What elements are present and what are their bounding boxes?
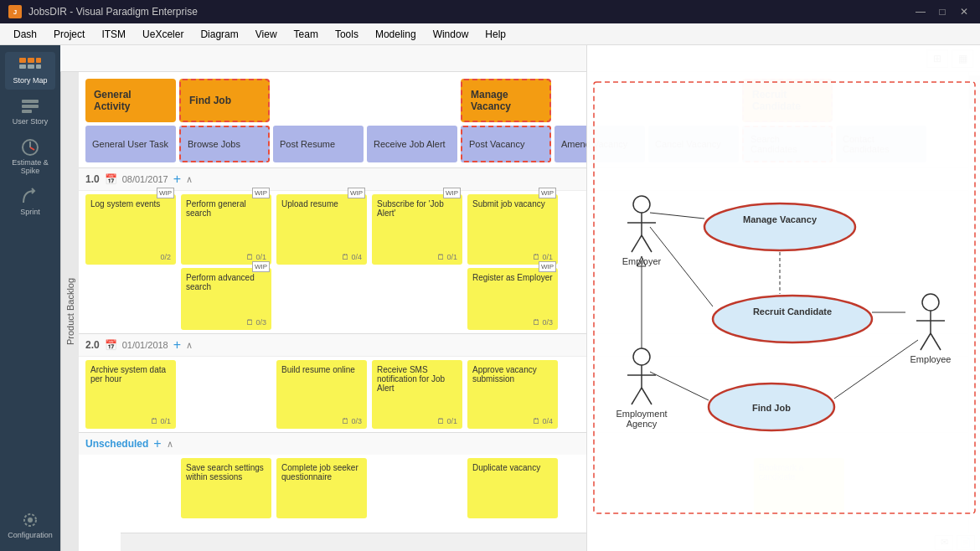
- menubar: DashProjectITSMUeXcelerDiagramViewTeamTo…: [0, 23, 980, 45]
- menu-item-window[interactable]: Window: [425, 26, 477, 43]
- svg-point-36: [713, 296, 872, 342]
- task-counter: 0/2: [160, 253, 171, 261]
- task-label: Save search settings within sessions: [186, 463, 266, 481]
- sprint2-date: 01/01/2018: [122, 340, 168, 350]
- story-map-icon: [18, 57, 42, 74]
- menu-item-view[interactable]: View: [247, 26, 286, 43]
- task-receive-sms-notification[interactable]: Receive SMS notification for Job Alert 🗒…: [372, 360, 462, 429]
- sprint1-date: 08/01/2017: [122, 174, 168, 184]
- task-build-resume-online[interactable]: Build resume online 🗒 0/3: [276, 360, 367, 429]
- svg-point-12: [28, 518, 33, 523]
- window-controls: — □ ✕: [913, 4, 972, 19]
- svg-rect-6: [22, 100, 39, 103]
- unscheduled-collapse-button[interactable]: ∧: [167, 439, 173, 450]
- svg-line-18: [632, 235, 642, 252]
- task-label: Approve vacancy submission: [472, 365, 553, 384]
- task-label: Submit job vacancy: [472, 199, 553, 209]
- sprint1-add-button[interactable]: +: [173, 172, 181, 187]
- task-label: Receive SMS notification for Job Alert: [377, 365, 457, 393]
- svg-line-25: [642, 388, 652, 404]
- task-save-search-settings[interactable]: Save search settings within sessions: [181, 458, 271, 518]
- wip-badge: WIP: [443, 188, 461, 198]
- svg-text:Find Job: Find Job: [752, 403, 791, 413]
- svg-line-46: [834, 340, 918, 399]
- maximize-button[interactable]: □: [935, 4, 950, 19]
- unscheduled-label: Unscheduled: [85, 438, 148, 450]
- svg-rect-2: [36, 58, 41, 63]
- task-approve-vacancy[interactable]: Approve vacancy submission 🗒 0/4: [467, 360, 558, 429]
- task-perform-advanced-search[interactable]: WIP Perform advanced search 🗒 0/3: [181, 268, 271, 330]
- menu-item-project[interactable]: Project: [45, 26, 93, 43]
- feature-general-user-task[interactable]: General User Task: [85, 126, 176, 162]
- task-perform-general-search[interactable]: WIP Perform general search 🗒 0/1: [181, 194, 271, 265]
- sidebar-item-story-map[interactable]: Story Map: [5, 52, 55, 90]
- wip-badge: WIP: [539, 188, 556, 198]
- sprint1-collapse-button[interactable]: ∧: [186, 174, 193, 185]
- sidebar-item-label: Story Map: [13, 76, 47, 85]
- sprint2-collapse-button[interactable]: ∧: [186, 340, 193, 351]
- feature-post-vacancy[interactable]: Post Vacancy: [461, 126, 551, 162]
- task-submit-job-vacancy[interactable]: WIP Submit job vacancy 🗒 0/1: [467, 194, 558, 265]
- sidebar: Story Map User Story Estimate & Spike: [0, 45, 60, 551]
- app-title: JobsDIR - Visual Paradigm Enterprise: [28, 6, 913, 18]
- svg-line-31: [921, 333, 931, 350]
- sprint2-add-button[interactable]: +: [173, 337, 181, 353]
- svg-line-40: [650, 213, 704, 219]
- menu-item-help[interactable]: Help: [477, 26, 514, 43]
- backlog-label: Product Backlog: [60, 72, 79, 551]
- sidebar-item-sprint[interactable]: Sprint: [5, 183, 55, 221]
- task-label: Upload resume: [281, 199, 362, 209]
- svg-text:Manage Vacancy: Manage Vacancy: [743, 214, 818, 224]
- svg-rect-5: [36, 64, 41, 69]
- menu-item-itsm[interactable]: ITSM: [93, 26, 134, 43]
- epic-general-activity[interactable]: General Activity: [85, 79, 176, 122]
- unscheduled-add-button[interactable]: +: [153, 436, 161, 451]
- wip-badge: WIP: [348, 188, 365, 198]
- task-log-system-events[interactable]: WIP Log system events 0/2: [85, 194, 176, 265]
- svg-line-19: [642, 235, 652, 252]
- task-duplicate-vacancy[interactable]: Duplicate vacancy: [467, 458, 558, 518]
- menu-item-uexceler[interactable]: UeXceler: [134, 26, 192, 43]
- sidebar-item-user-story[interactable]: User Story: [5, 93, 55, 131]
- task-counter: 🗒 0/4: [342, 253, 362, 261]
- svg-text:Recruit Candidate: Recruit Candidate: [753, 306, 832, 317]
- wip-badge: WIP: [252, 188, 270, 198]
- task-complete-questionnaire[interactable]: Complete job seeker questionnaire: [276, 458, 367, 518]
- task-counter: 🗒 0/4: [533, 417, 553, 425]
- task-upload-resume[interactable]: WIP Upload resume 🗒 0/4: [276, 194, 367, 265]
- menu-item-modeling[interactable]: Modeling: [367, 26, 425, 43]
- task-register-as-employer[interactable]: WIP Register as Employer 🗒 0/3: [467, 268, 558, 330]
- sidebar-item-estimate[interactable]: Estimate & Spike: [5, 134, 55, 180]
- user-story-icon: [18, 98, 42, 115]
- epic-find-job[interactable]: Find Job: [179, 79, 270, 122]
- sidebar-item-label: Sprint: [20, 208, 40, 216]
- sidebar-item-label: Estimate & Spike: [8, 158, 52, 175]
- minimize-button[interactable]: —: [913, 4, 928, 19]
- task-counter: 🗒 0/1: [437, 253, 457, 261]
- svg-text:Employee: Employee: [910, 354, 952, 364]
- svg-point-15: [633, 196, 650, 213]
- feature-post-resume[interactable]: Post Resume: [273, 126, 364, 162]
- titlebar: J JobsDIR - Visual Paradigm Enterprise —…: [0, 0, 980, 23]
- feature-browse-jobs[interactable]: Browse Jobs: [179, 126, 270, 162]
- menu-item-team[interactable]: Team: [286, 26, 327, 43]
- sidebar-item-configuration[interactable]: Configuration: [5, 507, 55, 544]
- task-subscribe-job-alert[interactable]: WIP Subscribe for 'Job Alert' 🗒 0/1: [372, 194, 462, 265]
- svg-rect-4: [28, 64, 34, 69]
- svg-line-11: [30, 147, 34, 150]
- task-label: Complete job seeker questionnaire: [281, 463, 362, 481]
- epic-manage-vacancy[interactable]: Manage Vacancy: [461, 79, 551, 122]
- svg-rect-0: [19, 58, 26, 63]
- estimate-icon: [18, 139, 42, 156]
- menu-item-dash[interactable]: Dash: [5, 26, 45, 43]
- close-button[interactable]: ✕: [957, 4, 972, 19]
- task-archive-system-data[interactable]: Archive system data per hour 🗒 0/1: [85, 360, 176, 429]
- menu-item-diagram[interactable]: Diagram: [192, 26, 246, 43]
- svg-text:Agency: Agency: [627, 419, 658, 429]
- svg-point-21: [633, 348, 650, 365]
- task-label: Perform advanced search: [186, 273, 266, 291]
- sprint1-label: 1.0: [85, 173, 100, 185]
- feature-receive-job-alert[interactable]: Receive Job Alert: [367, 126, 457, 162]
- task-counter: 🗒 0/1: [246, 253, 266, 261]
- menu-item-tools[interactable]: Tools: [327, 26, 367, 43]
